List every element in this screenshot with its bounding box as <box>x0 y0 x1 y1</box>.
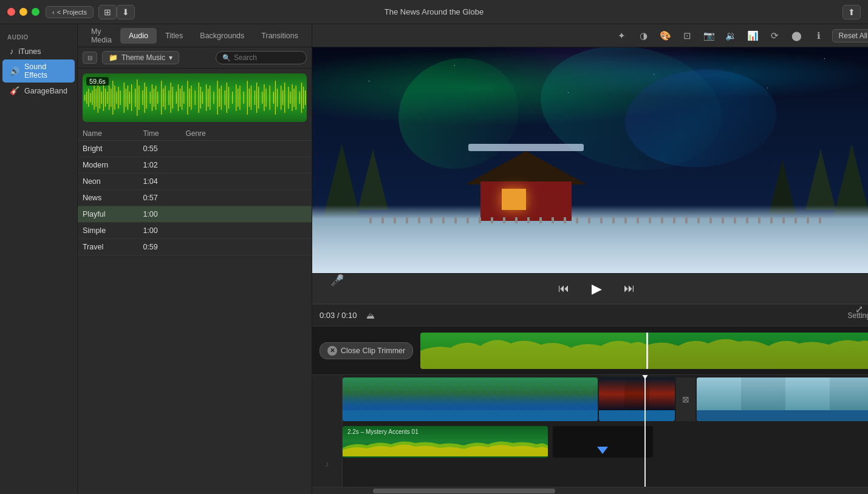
fullscreen-button[interactable] <box>32 8 39 16</box>
table-row[interactable]: News 0:57 <box>78 190 312 206</box>
tab-my-media[interactable]: My Media <box>83 24 120 48</box>
svg-rect-27 <box>138 86 139 110</box>
audio-browser: ⊟ 📁 Theme Music ▾ 🔍 <box>78 47 312 494</box>
tab-transitions[interactable]: Transitions <box>253 28 307 44</box>
sidebar-item-sound-effects[interactable]: 🔊 Sound Effects <box>2 59 75 83</box>
view-toggle-button[interactable]: ⊞ <box>98 5 117 19</box>
search-icon: 🔍 <box>222 54 231 62</box>
thumb-3 <box>649 377 675 410</box>
svg-rect-46 <box>183 92 184 104</box>
svg-rect-58 <box>217 81 217 115</box>
svg-rect-61 <box>225 90 225 105</box>
svg-rect-91 <box>301 83 302 113</box>
filter-icon[interactable]: ⬤ <box>788 27 805 44</box>
table-row[interactable]: Bright 0:55 <box>78 141 312 157</box>
crop-icon[interactable]: ⊡ <box>679 27 696 44</box>
video-track: ⊠ <box>343 375 868 424</box>
svg-rect-41 <box>173 87 173 109</box>
folder-dropdown-button[interactable]: 📁 Theme Music ▾ <box>102 51 179 64</box>
timecode-total: 0:10 <box>341 311 357 320</box>
trimmer-clip-left[interactable] <box>420 333 646 369</box>
track-time: 1:00 <box>143 210 185 218</box>
svg-rect-37 <box>163 89 163 107</box>
trimmer-clips <box>420 333 868 369</box>
table-row[interactable]: Neon 1:04 <box>78 174 312 190</box>
reset-button[interactable]: Reset All <box>832 29 868 42</box>
skip-back-button[interactable]: ⏮ <box>554 279 573 299</box>
close-button[interactable] <box>7 8 15 16</box>
sidebar-toggle-button[interactable]: ⊟ <box>83 52 97 64</box>
track-name: Bright <box>83 144 143 153</box>
sidebar-item-garageband[interactable]: 🎸 GarageBand <box>2 83 75 98</box>
svg-rect-85 <box>288 87 289 109</box>
color-correction-icon[interactable]: ◑ <box>635 27 652 44</box>
svg-rect-6 <box>95 89 96 107</box>
projects-button[interactable]: ‹ < Projects <box>46 6 94 18</box>
video-frame <box>312 47 868 273</box>
scrollbar-thumb[interactable] <box>373 489 555 493</box>
svg-rect-73 <box>256 83 257 113</box>
video-clip-waterfall[interactable] <box>697 377 868 421</box>
play-pause-button[interactable]: ▶ <box>586 278 607 300</box>
audio-header: ⊟ 📁 Theme Music ▾ 🔍 <box>78 47 312 69</box>
video-clip-map[interactable] <box>343 377 598 421</box>
col-name: Name <box>83 129 143 138</box>
track-content: ⊠ <box>343 375 868 487</box>
svg-rect-82 <box>281 86 281 110</box>
speed-icon[interactable]: ⟳ <box>767 27 784 44</box>
table-row-selected[interactable]: Playful 1:00 <box>78 206 312 223</box>
tab-audio[interactable]: Audio <box>120 28 157 44</box>
search-input[interactable] <box>234 53 300 62</box>
tab-backgrounds[interactable]: Backgrounds <box>191 28 253 44</box>
svg-rect-3 <box>90 93 91 103</box>
svg-rect-25 <box>135 89 135 107</box>
info-icon[interactable]: ℹ <box>810 27 827 44</box>
audio-track-row: 2.2s – Mystery Accents 01 <box>343 424 868 460</box>
svg-rect-60 <box>220 86 221 110</box>
microphone-button[interactable]: 🎤 <box>330 274 344 287</box>
col-extra <box>246 129 307 138</box>
tab-titles[interactable]: Titles <box>157 28 191 44</box>
audio-clip-mystery[interactable]: 2.2s – Mystery Accents 01 <box>343 426 548 458</box>
svg-rect-75 <box>262 92 262 104</box>
svg-rect-77 <box>265 89 266 107</box>
horizontal-scrollbar[interactable] <box>312 487 868 494</box>
minimize-button[interactable] <box>19 8 27 16</box>
svg-rect-39 <box>168 90 169 105</box>
table-row[interactable]: Modern 1:02 <box>78 157 312 174</box>
titlebar: ‹ < Projects ⊞ ⬇ The News Around the Glo… <box>0 0 868 24</box>
svg-rect-59 <box>219 89 219 107</box>
projects-label: < Projects <box>57 8 87 16</box>
cabin-roof <box>465 151 587 184</box>
timeline-header: 0:03 / 0:10 ⛰ Settings <box>312 305 868 327</box>
camera-icon[interactable]: 📷 <box>701 27 718 44</box>
skip-forward-button[interactable]: ⏭ <box>620 279 639 299</box>
sidebar-item-itunes[interactable]: ♪ iTunes <box>2 44 75 59</box>
trimmer-clip-right[interactable] <box>648 333 868 369</box>
svg-rect-45 <box>182 86 182 110</box>
close-clip-trimmer-button[interactable]: ✕ Close Clip Trimmer <box>320 342 413 359</box>
audio-clip-black[interactable] <box>553 426 653 458</box>
volume-icon[interactable]: 🔉 <box>723 27 740 44</box>
table-row[interactable]: Simple 1:00 <box>78 223 312 239</box>
controls-center: ⏮ ▶ ⏭ <box>312 274 868 303</box>
svg-rect-0 <box>84 95 85 101</box>
track-time: 0:59 <box>143 243 185 251</box>
table-header: Name Time Genre <box>78 127 312 141</box>
svg-rect-13 <box>109 86 109 110</box>
color-wheel-icon[interactable]: 🎨 <box>657 27 674 44</box>
chart-icon[interactable]: 📊 <box>745 27 762 44</box>
track-time: 1:04 <box>143 177 185 186</box>
tracks-margin: ♪ <box>312 375 343 487</box>
wf-thumb-3 <box>785 377 830 410</box>
waveform-container[interactable]: 59.6s <box>83 73 307 122</box>
fullscreen-button[interactable]: ⤢ <box>855 303 863 315</box>
table-row[interactable]: Travel 0:59 <box>78 239 312 255</box>
export-button[interactable]: ⬆ <box>842 5 861 19</box>
mountain-icon: ⛰ <box>366 311 375 320</box>
magic-wand-icon[interactable]: ✦ <box>613 27 630 44</box>
audio-bar-2 <box>599 410 675 421</box>
video-clip-cabin[interactable] <box>599 377 675 421</box>
transition-clip[interactable]: ⊠ <box>676 377 695 421</box>
share-button[interactable]: ⬇ <box>117 5 135 19</box>
